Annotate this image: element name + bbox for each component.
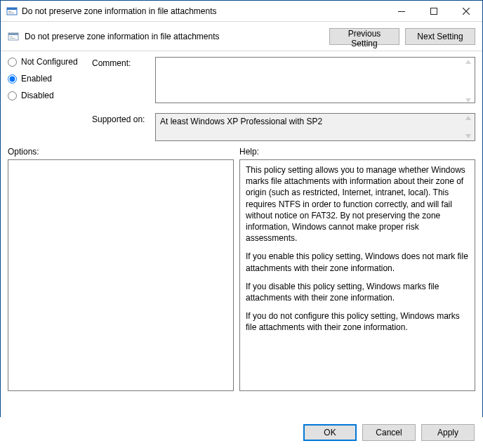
radio-disabled[interactable]: Disabled [8,91,92,100]
minimize-button[interactable] [385,1,418,22]
policy-icon [8,31,19,42]
comment-textarea[interactable] [155,57,475,103]
help-label: Help: [239,147,475,157]
svg-rect-4 [398,11,405,12]
dialog-footer: OK Cancel Apply [0,417,483,448]
next-setting-button[interactable]: Next Setting [405,28,475,45]
window-icon [6,6,18,17]
radio-enabled-input[interactable] [8,74,17,84]
maximize-button[interactable] [418,1,450,22]
cancel-button[interactable]: Cancel [362,424,416,441]
supported-on-label: Supported on: [92,113,155,124]
radio-not-configured-label: Not Configured [21,57,78,67]
svg-rect-8 [10,37,13,37]
close-button[interactable] [450,1,482,22]
radio-disabled-label: Disabled [21,91,54,100]
policy-title: Do not preserve zone information in file… [25,32,219,41]
title-bar: Do not preserve zone information in file… [1,1,482,22]
toolbar: Do not preserve zone information in file… [1,22,482,51]
svg-rect-5 [431,8,437,14]
help-paragraph: If you disable this policy setting, Wind… [246,281,469,303]
radio-not-configured[interactable]: Not Configured [8,57,92,67]
radio-disabled-input[interactable] [8,91,17,100]
radio-enabled[interactable]: Enabled [8,74,92,84]
options-label: Options: [8,147,239,157]
svg-rect-9 [10,38,15,39]
help-paragraph: If you enable this policy setting, Windo… [246,251,469,273]
help-panel[interactable]: This policy setting allows you to manage… [239,159,475,391]
svg-rect-1 [7,8,17,10]
help-paragraph: If you do not configure this policy sett… [246,310,469,333]
window-title: Do not preserve zone information in file… [22,6,216,16]
svg-rect-3 [8,13,14,13]
options-panel[interactable] [8,159,234,391]
supported-on-field: At least Windows XP Professional with SP… [155,113,475,141]
radio-not-configured-input[interactable] [8,58,17,67]
svg-rect-7 [8,33,18,35]
comment-label: Comment: [92,57,155,68]
help-paragraph: This policy setting allows you to manage… [246,164,469,244]
state-radio-group: Not Configured Enabled Disabled [8,57,92,107]
svg-rect-2 [8,11,11,12]
apply-button[interactable]: Apply [421,424,475,441]
radio-enabled-label: Enabled [21,74,52,84]
ok-button[interactable]: OK [303,424,357,441]
previous-setting-button[interactable]: Previous Setting [329,28,399,45]
